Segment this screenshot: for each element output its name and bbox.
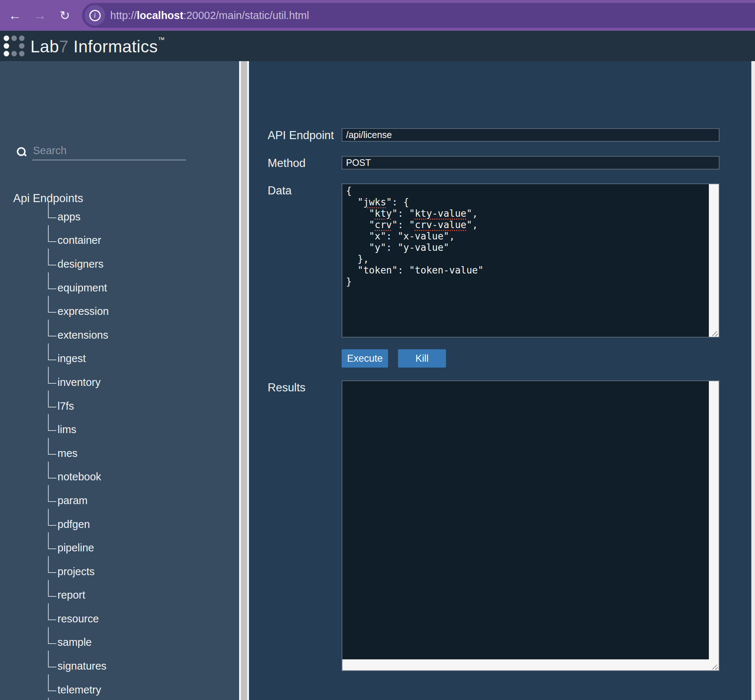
endpoint-tree: apps container designers equipment expre… [0, 205, 239, 700]
endpoint-row: API Endpoint [268, 128, 751, 142]
sidebar-item-param[interactable]: param [0, 489, 239, 512]
method-input[interactable] [342, 156, 719, 170]
sidebar-item-sample[interactable]: sample [0, 631, 239, 655]
sidebar-item-label: pdfgen [58, 519, 90, 530]
sidebar-item-label: lims [58, 423, 77, 436]
results-horizontal-scrollbar[interactable] [342, 659, 709, 670]
sidebar-item-l7fs[interactable]: l7fs [0, 394, 239, 418]
sidebar-item-label: telemetry [58, 684, 101, 696]
sidebar-item-mes[interactable]: mes [0, 442, 239, 465]
data-scrollbar[interactable] [709, 184, 719, 337]
results-resize-handle-icon[interactable] [709, 660, 719, 670]
data-row: Data { "jwks": { "kty": "kty-value", "cr… [268, 183, 751, 338]
page-body: Api Endpoints apps container designers e… [0, 61, 755, 700]
sidebar-item-label: inventory [58, 377, 101, 388]
lab7-logo-icon [4, 36, 25, 56]
info-icon: i [89, 10, 101, 21]
sidebar-item-report[interactable]: report [0, 584, 239, 607]
sidebar-item-label: ingest [58, 353, 86, 365]
brand-informatics: Informatics [69, 37, 158, 56]
sidebar-item-equipment[interactable]: equipment [0, 276, 239, 300]
address-bar[interactable]: i http://localhost:20002/main/static/uti… [82, 3, 755, 28]
method-label: Method [268, 156, 342, 170]
page-scrollbar[interactable] [751, 61, 755, 700]
brand-lab: Lab [30, 37, 59, 56]
search-row [16, 144, 239, 160]
sidebar: Api Endpoints apps container designers e… [0, 61, 239, 700]
sidebar-item-label: extensions [58, 329, 108, 341]
sidebar-item-label: projects [58, 566, 95, 578]
sidebar-item-notebook[interactable]: notebook [0, 465, 239, 489]
sidebar-scrollbar[interactable] [239, 61, 249, 700]
main-content: API Endpoint Method Data { "jwks": { "kt… [249, 61, 751, 700]
sidebar-item-lims[interactable]: lims [0, 418, 239, 442]
sidebar-item-pipeline[interactable]: pipeline [0, 536, 239, 560]
sidebar-item-label: designers [58, 258, 104, 270]
sidebar-scrollbar-thumb[interactable] [241, 61, 247, 700]
sidebar-item-telemetry[interactable]: telemetry [0, 678, 239, 700]
forward-icon[interactable]: → [31, 7, 48, 24]
kill-button[interactable]: Kill [398, 349, 446, 367]
data-textarea[interactable]: { "jwks": { "kty": "kty-value", "crv": "… [342, 183, 719, 338]
sidebar-item-label: apps [58, 211, 81, 223]
results-textarea[interactable] [342, 380, 719, 671]
url-host: localhost [137, 9, 183, 21]
action-buttons: Execute Kill [342, 349, 751, 367]
sidebar-item-pdfgen[interactable]: pdfgen [0, 512, 239, 536]
sidebar-item-label: l7fs [58, 400, 74, 412]
sidebar-item-projects[interactable]: projects [0, 560, 239, 584]
results-vertical-scrollbar[interactable] [709, 381, 719, 659]
sidebar-item-label: mes [58, 447, 78, 459]
sidebar-item-label: expression [58, 305, 109, 317]
brand-title: Lab7 Informatics™ [30, 36, 165, 56]
sidebar-item-label: signatures [58, 660, 106, 672]
url-path: :20002/main/static/util.html [183, 9, 309, 21]
url-text[interactable]: http://localhost:20002/main/static/util.… [110, 9, 309, 22]
sidebar-item-label: equipment [58, 282, 107, 294]
sidebar-item-inventory[interactable]: inventory [0, 370, 239, 394]
sidebar-item-container[interactable]: container [0, 229, 239, 253]
url-scheme: http:// [110, 9, 137, 21]
sidebar-item-label: param [58, 495, 88, 507]
endpoint-input[interactable] [342, 128, 719, 142]
app-header: Lab7 Informatics™ [0, 31, 755, 61]
sidebar-item-signatures[interactable]: signatures [0, 654, 239, 678]
data-resize-handle-icon[interactable] [709, 327, 719, 337]
search-input[interactable] [32, 144, 186, 160]
site-info-button[interactable]: i [84, 5, 105, 26]
sidebar-item-label: notebook [58, 471, 101, 483]
sidebar-item-expression[interactable]: expression [0, 300, 239, 323]
api-endpoints-title: Api Endpoints [13, 192, 239, 205]
method-row: Method [268, 156, 751, 170]
reload-icon[interactable]: ↻ [56, 7, 73, 24]
sidebar-item-label: pipeline [58, 542, 94, 554]
search-icon [16, 147, 27, 158]
data-label: Data [268, 183, 342, 197]
sidebar-item-label: resource [58, 613, 99, 625]
results-code[interactable] [346, 382, 707, 669]
browser-window: ← → ↻ i http://localhost:20002/main/stat… [0, 0, 755, 700]
execute-button[interactable]: Execute [342, 349, 388, 367]
endpoint-label: API Endpoint [268, 128, 342, 142]
results-row: Results [268, 380, 751, 671]
data-code[interactable]: { "jwks": { "kty": "kty-value", "crv": "… [346, 185, 707, 336]
browser-toolbar: ← → ↻ i http://localhost:20002/main/stat… [0, 0, 755, 31]
results-label: Results [268, 380, 342, 394]
back-icon[interactable]: ← [6, 7, 23, 24]
sidebar-item-ingest[interactable]: ingest [0, 347, 239, 371]
sidebar-item-designers[interactable]: designers [0, 252, 239, 276]
sidebar-item-apps[interactable]: apps [0, 205, 239, 229]
sidebar-item-extensions[interactable]: extensions [0, 323, 239, 347]
brand-seven: 7 [59, 37, 69, 56]
sidebar-item-label: container [58, 234, 101, 246]
sidebar-item-label: sample [58, 636, 92, 648]
brand-trademark: ™ [158, 36, 165, 44]
sidebar-item-resource[interactable]: resource [0, 607, 239, 631]
sidebar-item-label: report [58, 589, 85, 601]
